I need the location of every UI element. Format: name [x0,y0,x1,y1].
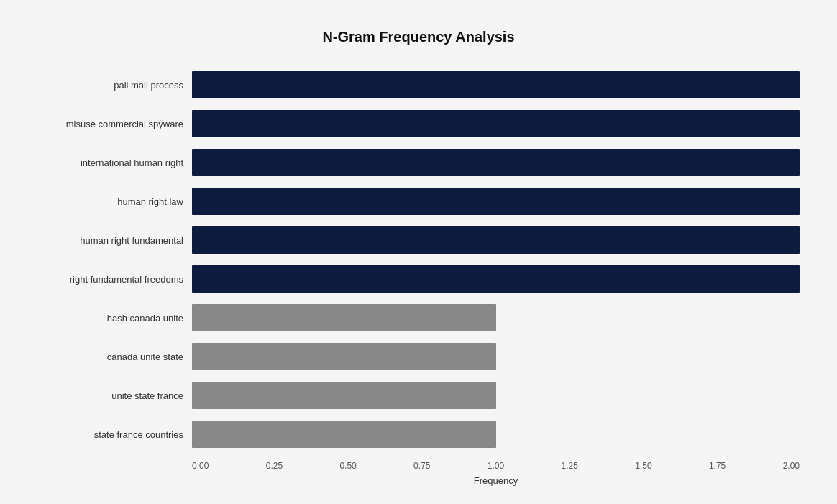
x-tick: 2.00 [783,461,800,471]
x-axis-ticks: 0.000.250.500.751.001.251.501.752.00 [192,461,800,471]
bar-fill [192,421,496,448]
x-tick: 0.50 [339,461,356,471]
bar-label: canada unite state [37,352,192,362]
bar-row: unite state france [37,377,800,413]
x-tick: 1.00 [488,461,504,471]
bar-fill [192,382,496,409]
x-axis-label: Frequency [192,475,800,486]
chart-title: N-Gram Frequency Analysis [37,29,800,45]
bar-fill [192,304,496,331]
bar-fill [192,110,800,137]
bar-row: human right law [37,183,800,219]
bar-track [192,265,800,293]
bar-fill [192,71,800,98]
bar-row: international human right [37,145,800,180]
x-tick: 1.25 [562,461,578,471]
x-tick: 0.25 [266,461,283,471]
chart-area: pall mall processmisuse commercial spywa… [37,67,800,455]
bar-fill [192,226,800,254]
bar-label: misuse commercial spyware [37,119,192,129]
bar-row: pall mall process [37,67,800,103]
bar-label: state france countries [37,429,192,440]
bar-track [192,343,800,370]
bar-track [192,226,800,254]
bar-row: canada unite state [37,339,800,375]
bar-fill [192,188,800,215]
bar-fill [192,149,800,176]
bar-fill [192,343,496,370]
bar-track [192,421,800,448]
bar-track [192,110,800,137]
bar-track [192,304,800,331]
bar-label: international human right [37,157,192,168]
bar-label: hash canada unite [37,313,192,324]
bar-label: pall mall process [37,80,192,91]
bar-row: state france countries [37,416,800,452]
bar-label: unite state france [37,390,192,401]
bar-track [192,188,800,215]
bar-row: human right fundamental [37,222,800,258]
chart-container: N-Gram Frequency Analysis pall mall proc… [23,14,814,504]
bar-track [192,149,800,176]
x-tick: 1.50 [635,461,651,471]
bar-row: right fundamental freedoms [37,261,800,297]
bar-label: human right fundamental [37,235,192,246]
bar-track [192,71,800,98]
bar-track [192,382,800,409]
bar-label: right fundamental freedoms [37,274,192,285]
bar-row: hash canada unite [37,300,800,336]
bar-fill [192,265,800,293]
x-tick: 0.75 [413,461,430,471]
x-axis: 0.000.250.500.751.001.251.501.752.00 [192,461,800,471]
bar-row: misuse commercial spyware [37,106,800,142]
x-tick: 0.00 [192,461,209,471]
bar-label: human right law [37,196,192,207]
x-tick: 1.75 [709,461,726,471]
